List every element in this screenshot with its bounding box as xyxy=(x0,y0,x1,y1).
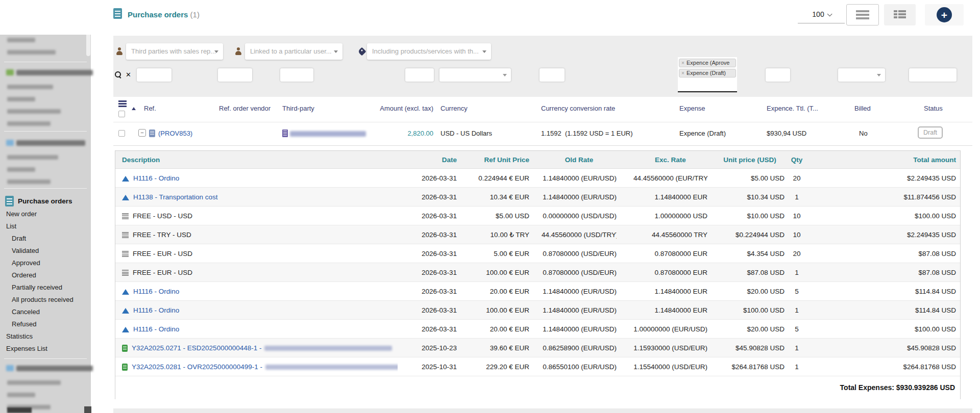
detail-unit-price: $5.00 USD xyxy=(715,169,785,188)
detail-line-link[interactable]: H1116 - Ordino xyxy=(133,174,179,182)
sidebar-item-expenses-list[interactable]: Expenses List xyxy=(6,345,47,352)
service-icon xyxy=(122,213,129,219)
clear-search-icon[interactable]: ✕ xyxy=(126,71,131,78)
detail-ref-unit-price: 100.00 € EUR xyxy=(462,301,529,320)
redacted-menu-item[interactable] xyxy=(7,109,61,114)
dcol-qty: Qty xyxy=(786,151,808,169)
detail-date: 2026-03-31 xyxy=(399,301,457,320)
redacted-menu-item[interactable] xyxy=(7,380,61,385)
sidebar-item-approved[interactable]: Approved xyxy=(12,259,40,267)
col-ref[interactable]: Ref. xyxy=(144,105,156,112)
redacted-menu-item[interactable] xyxy=(7,155,58,160)
products-filter-dropdown[interactable]: Including products/services with th... xyxy=(367,43,491,60)
new-purchase-order-button[interactable]: + xyxy=(925,4,964,25)
detail-exc-rate: 1.14840000 EUR xyxy=(633,188,707,206)
sidebar-item-refused[interactable]: Refused xyxy=(12,320,36,328)
detail-qty: 5 xyxy=(786,282,808,301)
col-ref-vendor[interactable]: Ref. order vendor xyxy=(219,105,271,112)
third-party-filter-dropdown[interactable]: Third parties with sales rep... xyxy=(126,43,223,60)
dcol-date: Date xyxy=(399,151,457,169)
sidebar-item-list[interactable]: List xyxy=(6,222,16,230)
detail-old-rate: 1.14840000 (EUR/USD) xyxy=(542,188,617,206)
search-currency-dropdown[interactable] xyxy=(439,68,511,82)
search-status-input[interactable] xyxy=(909,68,957,82)
search-third-party-input[interactable] xyxy=(280,68,313,82)
detail-line-link[interactable]: Y32A2025.0271 - ESD2025000000448-1 - xyxy=(132,344,261,352)
dcol-exc-rate: Exc. Rate xyxy=(633,151,707,169)
redacted-group-header[interactable] xyxy=(16,140,85,146)
order-conv-note: (1.1592 USD = 1 EUR) xyxy=(565,130,633,137)
sidebar-section-purchase-orders[interactable]: Purchase orders xyxy=(5,196,72,206)
col-amount[interactable]: Amount (excl. tax) xyxy=(357,105,433,112)
sidebar-item-draft[interactable]: Draft xyxy=(12,235,26,242)
detail-line-link[interactable]: Y32A2025.0281 - OVR2025000000499-1 - xyxy=(132,363,262,371)
sidebar-item-partially-received[interactable]: Partially received xyxy=(12,283,62,291)
detail-total-amount: $2.249435 USD xyxy=(863,225,956,244)
detail-line-link[interactable]: H1116 - Ordino xyxy=(133,325,179,333)
redacted-menu-item[interactable] xyxy=(7,97,35,101)
detail-line-link[interactable]: FREE - TRY - USD xyxy=(133,231,191,239)
dcol-description: Description xyxy=(122,151,398,169)
list-view-button[interactable] xyxy=(846,4,879,25)
expense-tag: ×Expence (Draft) xyxy=(679,69,736,78)
col-expense[interactable]: Expense xyxy=(679,105,705,112)
detail-exc-rate: 1.14840000 EUR xyxy=(633,301,707,320)
redacted-group-header[interactable] xyxy=(16,366,93,371)
expense-filter-multiselect[interactable]: ×Expence (Aprove ×Expence (Draft) xyxy=(678,57,737,92)
detail-line-link[interactable]: H1116 - Ordino xyxy=(133,306,179,314)
detail-ref-unit-price: 10.00 ₺ TRY xyxy=(462,225,529,244)
expense-detail-table: Description Date Ref Unit Price Old Rate… xyxy=(115,150,961,399)
search-ref-vendor-input[interactable] xyxy=(218,68,252,82)
search-expense-ttl-input[interactable] xyxy=(766,68,790,82)
remove-tag-icon[interactable]: × xyxy=(681,59,684,67)
collapse-row-button[interactable]: − xyxy=(138,129,146,137)
redacted-menu-item[interactable] xyxy=(7,167,35,172)
search-amount-input[interactable] xyxy=(405,68,434,82)
col-third-party[interactable]: Third-party xyxy=(282,105,314,112)
redacted-menu-item[interactable] xyxy=(7,38,35,42)
redacted-group-header[interactable] xyxy=(16,70,93,75)
sidebar-item-ordered[interactable]: Ordered xyxy=(12,271,36,279)
remove-tag-icon[interactable]: × xyxy=(681,69,684,77)
detail-line-link[interactable]: FREE - EUR - USD xyxy=(133,250,192,257)
page-size-selector[interactable]: 100 xyxy=(798,10,845,23)
search-icon[interactable] xyxy=(115,71,121,78)
detail-qty: 1 xyxy=(786,357,808,376)
sidebar-item-new-order[interactable]: New order xyxy=(6,210,37,218)
kanban-view-button[interactable] xyxy=(884,4,916,25)
select-all-checkbox[interactable] xyxy=(118,111,125,117)
sort-asc-icon[interactable] xyxy=(132,107,136,110)
redacted-menu-item[interactable] xyxy=(7,179,51,184)
order-ref-link[interactable]: (PROV853) xyxy=(158,130,192,137)
search-ref-input[interactable] xyxy=(137,68,172,82)
col-currency[interactable]: Currency xyxy=(440,105,468,112)
sidebar-item-statistics[interactable]: Statistics xyxy=(6,332,33,340)
detail-line-link[interactable]: FREE - USD - USD xyxy=(133,212,192,220)
detail-description-cell: FREE - EUR - USD xyxy=(122,263,398,282)
service-icon xyxy=(122,232,129,238)
col-conv-rate[interactable]: Currency conversion rate xyxy=(541,105,615,112)
detail-description-cell: H1116 - Ordino xyxy=(122,169,398,188)
redacted-menu-item[interactable] xyxy=(7,393,35,397)
redacted-menu-item[interactable] xyxy=(7,85,53,89)
col-billed[interactable]: Billed xyxy=(854,105,871,112)
detail-line-link[interactable]: FREE - EUR - USD xyxy=(133,269,192,276)
sidebar-item-validated[interactable]: Validated xyxy=(12,247,39,254)
purchase-orders-icon xyxy=(5,196,14,206)
detail-ref-unit-price: 20.00 € EUR xyxy=(462,282,529,301)
detail-total-amount: $100.00 USD xyxy=(863,206,956,225)
sidebar-item-all-products-received[interactable]: All products received xyxy=(12,296,74,303)
select-columns-icon[interactable] xyxy=(118,100,127,107)
row-checkbox[interactable] xyxy=(118,130,125,137)
col-status[interactable]: Status xyxy=(924,105,943,112)
redacted-menu-item[interactable] xyxy=(7,121,51,126)
search-billed-dropdown[interactable] xyxy=(838,68,885,82)
redacted-menu-item[interactable] xyxy=(7,50,56,55)
user-filter-dropdown[interactable]: Linked to a particular user... xyxy=(245,43,342,60)
detail-row: FREE - TRY - USD 2026-03-31 10.00 ₺ TRY … xyxy=(115,225,960,244)
detail-line-link[interactable]: H1116 - Ordino xyxy=(133,288,179,295)
detail-line-link[interactable]: H1138 - Transportation cost xyxy=(133,193,218,201)
col-expense-ttl[interactable]: Expence. Ttl. (T... xyxy=(767,105,818,112)
search-conv-rate-input[interactable] xyxy=(540,68,565,82)
sidebar-item-canceled[interactable]: Canceled xyxy=(12,308,40,316)
